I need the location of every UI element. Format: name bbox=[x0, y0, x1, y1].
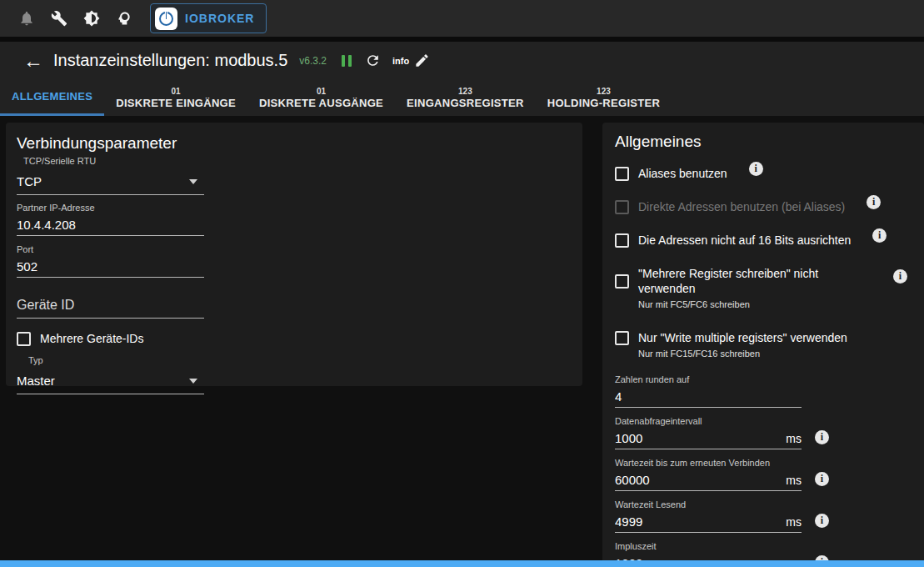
info-icon[interactable]: i bbox=[867, 195, 881, 209]
device-id-input[interactable]: Geräte ID bbox=[17, 294, 204, 319]
ip-label: Partner IP-Adresse bbox=[17, 203, 566, 213]
info-icon[interactable]: i bbox=[815, 430, 829, 444]
back-arrow-icon[interactable]: ← bbox=[23, 51, 53, 71]
typ-select[interactable]: Master bbox=[17, 369, 204, 394]
pause-instance-icon[interactable] bbox=[340, 55, 353, 67]
iobroker-brand-button[interactable]: IOBROKER bbox=[150, 3, 267, 33]
tab-badge: 01 bbox=[172, 86, 181, 97]
no-write-multiple-checkbox-row[interactable]: "Mehrere Register schreiben" nicht verwe… bbox=[615, 266, 907, 296]
brand-label: IOBROKER bbox=[185, 12, 254, 25]
checkbox-icon bbox=[615, 331, 629, 345]
connection-parameters-card: Verbindungsparameter TCP/Serielle RTU TC… bbox=[6, 123, 582, 386]
expert-head-icon[interactable]: ? bbox=[116, 10, 132, 27]
instance-header: ← Instanzeinstellungen: modbus.5 v6.3.2 … bbox=[0, 42, 924, 116]
port-input[interactable] bbox=[17, 259, 204, 273]
iobroker-logo-icon bbox=[155, 8, 177, 30]
poll-interval-label: Datenabfrageintervall bbox=[615, 416, 802, 427]
checkbox-icon bbox=[615, 167, 629, 181]
info-icon[interactable]: i bbox=[872, 228, 887, 243]
ms-suffix: ms bbox=[786, 432, 802, 445]
round-label: Zahlen runden auf bbox=[615, 374, 802, 385]
ms-suffix: ms bbox=[786, 515, 802, 529]
connection-card-title: Verbindungsparameter bbox=[17, 134, 566, 156]
checkbox-hint: Nur mit FC5/FC6 schreiben bbox=[638, 299, 907, 310]
tab-badge: 123 bbox=[458, 86, 472, 97]
info-icon[interactable]: i bbox=[893, 269, 907, 284]
connection-type-label: TCP/Serielle RTU bbox=[23, 156, 566, 167]
general-settings-card: Allgemeines Aliases benutzen i Direkte A… bbox=[602, 123, 924, 567]
page-title: Instanzeinstellungen: modbus.5 bbox=[53, 51, 287, 70]
reconnect-wait-label: Wartezeit bis zum erneuten Verbinden bbox=[615, 458, 802, 469]
general-card-title: Allgemeines bbox=[615, 133, 907, 154]
tab-diskrete-ausgaenge[interactable]: 01 DISKRETE AUSGÄNGE bbox=[247, 79, 395, 116]
ms-suffix: ms bbox=[786, 474, 802, 487]
wrench-settings-icon[interactable] bbox=[51, 10, 67, 27]
svg-text:?: ? bbox=[123, 14, 127, 20]
edit-pencil-icon[interactable] bbox=[414, 53, 430, 68]
tab-eingangsregister[interactable]: 123 EINGANGSREGISTER bbox=[395, 79, 536, 116]
connection-type-select[interactable]: TCP bbox=[17, 169, 204, 195]
restart-instance-icon[interactable] bbox=[365, 53, 381, 68]
only-write-multiple-checkbox-row[interactable]: Nur "Write multiple registers" verwenden bbox=[615, 330, 907, 345]
top-toolbar: ? IOBROKER bbox=[0, 0, 924, 37]
aliases-checkbox-row[interactable]: Aliases benutzen i bbox=[615, 166, 907, 181]
read-timeout-input[interactable] bbox=[615, 514, 781, 529]
partner-ip-input[interactable] bbox=[17, 218, 204, 232]
poll-interval-input[interactable] bbox=[615, 431, 781, 445]
tab-diskrete-eingaenge[interactable]: 01 DISKRETE EINGÄNGE bbox=[104, 79, 247, 116]
theme-brightness-icon[interactable] bbox=[83, 10, 100, 27]
checkbox-icon bbox=[17, 332, 31, 346]
tab-badge: 123 bbox=[597, 86, 611, 97]
tab-allgemeines[interactable]: ALLGEMEINES bbox=[0, 79, 104, 116]
round-input[interactable] bbox=[615, 389, 802, 404]
info-icon[interactable]: i bbox=[815, 472, 829, 486]
no-align-16bit-checkbox-row[interactable]: Die Adressen nicht auf 16 Bits ausrichte… bbox=[615, 233, 907, 248]
info-icon[interactable]: i bbox=[749, 162, 763, 176]
chevron-down-icon bbox=[189, 179, 197, 184]
info-label: info bbox=[392, 56, 409, 66]
tab-holding-register[interactable]: 123 HOLDING-REGISTER bbox=[536, 79, 672, 116]
config-tabs: ALLGEMEINES 01 DISKRETE EINGÄNGE 01 DISK… bbox=[0, 79, 924, 116]
typ-label: Typ bbox=[28, 355, 566, 366]
multi-device-checkbox-row[interactable]: Mehrere Geräte-IDs bbox=[17, 331, 566, 346]
checkbox-hint: Nur mit FC15/FC16 schreiben bbox=[638, 349, 907, 359]
direct-addresses-checkbox-row: Direkte Adressen benutzen (bei Aliases) … bbox=[615, 199, 907, 214]
checkbox-icon bbox=[615, 274, 629, 289]
port-label: Port bbox=[17, 244, 566, 255]
checkbox-icon bbox=[615, 200, 629, 214]
read-timeout-label: Wartezeit Lesend bbox=[615, 499, 802, 510]
horizontal-scrollbar[interactable] bbox=[0, 560, 924, 567]
pulse-time-label: Impluszeit bbox=[615, 541, 802, 552]
notifications-bell-icon[interactable] bbox=[18, 10, 35, 27]
checkbox-icon bbox=[615, 233, 629, 248]
reconnect-wait-input[interactable] bbox=[615, 473, 781, 487]
title-row: ← Instanzeinstellungen: modbus.5 v6.3.2 … bbox=[0, 42, 924, 79]
tab-badge: 01 bbox=[317, 86, 326, 97]
info-icon[interactable]: i bbox=[815, 514, 829, 528]
version-badge: v6.3.2 bbox=[299, 55, 327, 67]
chevron-down-icon bbox=[189, 379, 197, 384]
